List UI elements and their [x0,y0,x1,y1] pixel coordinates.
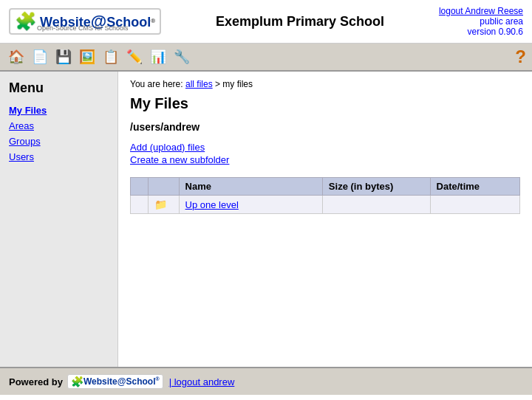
upload-link[interactable]: Add (upload) files [130,142,520,153]
table-row: 📁 Up one level [131,196,520,214]
row-size [322,196,430,214]
row-date [430,196,519,214]
breadcrumb-prefix: You are here: [130,79,183,89]
logo-puzzle-icon: 🧩 [15,11,37,32]
powered-by-label: Powered by [9,376,63,387]
footer-logo-text: Website@School® [83,376,160,387]
sidebar-item-areas[interactable]: Areas [9,120,109,131]
edit-icon[interactable]: ✏️ [124,46,145,67]
toolbar-icons: 🏠 📄 💾 🖼️ 📋 ✏️ 📊 🔧 [6,46,192,67]
logout-area: logout Andrew Reese public area version … [439,6,523,37]
sidebar: Menu My Files Areas Groups Users [0,72,118,367]
col-header-icon [149,178,179,196]
document-icon[interactable]: 📄 [30,46,50,67]
col-header-date: Date/time [430,178,519,196]
col-header-name: Name [179,178,322,196]
clipboard-icon[interactable]: 📋 [100,46,121,67]
col-header-size: Size (in bytes) [322,178,430,196]
version-label: version 0.90.6 [439,27,523,37]
col-header-check [131,178,149,196]
footer: Powered by 🧩 Website@School® | logout an… [0,367,532,395]
logo-subtitle: Open-Source CMS for Schools [37,24,129,32]
folder-icon: 📁 [154,199,167,210]
settings-icon[interactable]: 🔧 [171,46,192,67]
row-check [131,196,149,214]
path-label: /users/andrew [130,121,520,133]
action-links: Add (upload) files Create a new subfolde… [130,142,520,165]
breadcrumb-allfiles[interactable]: all files [185,79,213,89]
toolbar: 🏠 📄 💾 🖼️ 📋 ✏️ 📊 🔧 ? [0,44,532,72]
sidebar-item-myfiles[interactable]: My Files [9,105,109,116]
breadcrumb: You are here: all files > my files [130,79,520,89]
area-label: public area [439,16,523,27]
content-area: You are here: all files > my files My Fi… [118,72,532,367]
table-header-row: Name Size (in bytes) Date/time [131,178,520,196]
page-title: My Files [130,95,520,112]
sidebar-item-users[interactable]: Users [9,151,109,162]
footer-logout-link[interactable]: | logout andrew [169,376,235,387]
menu-title: Menu [9,80,109,96]
logo-area: 🧩 Website@School® Open-Source CMS for Sc… [9,8,161,35]
footer-logo: 🧩 Website@School® [67,374,163,389]
file-table: Name Size (in bytes) Date/time 📁 Up one … [130,177,520,214]
row-folder-icon: 📁 [149,196,179,214]
help-icon[interactable]: ? [515,46,526,67]
chart-icon[interactable]: 📊 [148,46,168,67]
header: 🧩 Website@School® Open-Source CMS for Sc… [0,0,532,44]
footer-logo-puzzle-icon: 🧩 [71,376,83,387]
logo: 🧩 Website@School® Open-Source CMS for Sc… [9,8,161,35]
site-title: Exemplum Primary School [161,14,439,30]
up-one-level-link[interactable]: Up one level [185,199,239,210]
subfolder-link[interactable]: Create a new subfolder [130,154,520,165]
breadcrumb-separator: > [215,79,222,89]
save-icon[interactable]: 💾 [53,46,74,67]
home-icon[interactable]: 🏠 [6,46,27,67]
breadcrumb-current: my files [222,79,253,89]
image-icon[interactable]: 🖼️ [77,46,98,67]
main-layout: Menu My Files Areas Groups Users You are… [0,72,532,367]
row-name[interactable]: Up one level [179,196,322,214]
sidebar-item-groups[interactable]: Groups [9,136,109,147]
logout-user[interactable]: logout Andrew Reese [439,6,523,16]
